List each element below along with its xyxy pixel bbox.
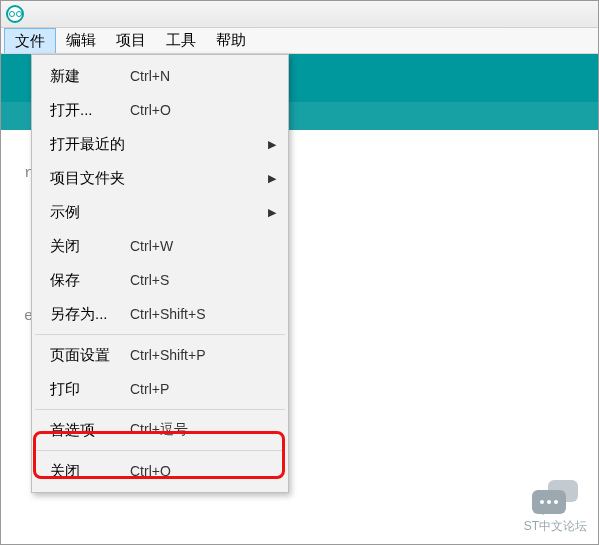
menubar-item-file[interactable]: 文件 — [4, 28, 56, 53]
menu-item-open-recent[interactable]: 打开最近的▶ — [34, 127, 286, 161]
menu-item-new[interactable]: 新建Ctrl+N — [34, 59, 286, 93]
watermark: ST中文论坛 — [524, 480, 587, 535]
menu-item-quit[interactable]: 关闭Ctrl+Q — [34, 454, 286, 488]
submenu-arrow-icon: ▶ — [268, 206, 276, 219]
chat-bubble-icon — [532, 480, 578, 514]
menu-item-page-setup[interactable]: 页面设置Ctrl+Shift+P — [34, 338, 286, 372]
menu-item-open[interactable]: 打开...Ctrl+O — [34, 93, 286, 127]
submenu-arrow-icon: ▶ — [268, 138, 276, 151]
watermark-text: ST中文论坛 — [524, 518, 587, 535]
menubar-item-edit[interactable]: 编辑 — [56, 28, 106, 53]
menubar-item-help[interactable]: 帮助 — [206, 28, 256, 53]
menu-separator — [35, 409, 285, 410]
menu-item-preferences[interactable]: 首选项Ctrl+逗号 — [34, 413, 286, 447]
menu-separator — [35, 334, 285, 335]
menu-separator — [35, 450, 285, 451]
menubar-item-sketch[interactable]: 项目 — [106, 28, 156, 53]
title-bar — [0, 0, 599, 28]
menu-item-examples[interactable]: 示例▶ — [34, 195, 286, 229]
menubar-item-tools[interactable]: 工具 — [156, 28, 206, 53]
menu-item-save[interactable]: 保存Ctrl+S — [34, 263, 286, 297]
menu-item-close[interactable]: 关闭Ctrl+W — [34, 229, 286, 263]
menu-bar: 文件 编辑 项目 工具 帮助 — [0, 28, 599, 54]
menu-item-print[interactable]: 打印Ctrl+P — [34, 372, 286, 406]
menu-item-save-as[interactable]: 另存为...Ctrl+Shift+S — [34, 297, 286, 331]
arduino-app-icon — [6, 5, 24, 23]
menu-item-sketchbook[interactable]: 项目文件夹▶ — [34, 161, 286, 195]
file-menu-dropdown: 新建Ctrl+N 打开...Ctrl+O 打开最近的▶ 项目文件夹▶ 示例▶ 关… — [31, 54, 289, 493]
submenu-arrow-icon: ▶ — [268, 172, 276, 185]
